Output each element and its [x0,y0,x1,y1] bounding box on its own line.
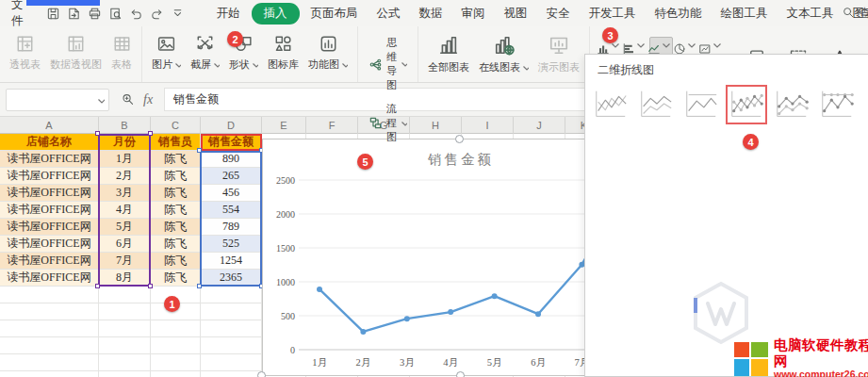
table-cell[interactable]: 读书屋OFFICE网 [0,151,99,168]
fx-icon[interactable]: fx [143,92,153,107]
table-cell[interactable]: 读书屋OFFICE网 [0,270,99,287]
print-icon[interactable] [88,7,102,21]
online-charts-button[interactable]: 在线图表 [474,31,533,77]
empty-cell[interactable] [201,303,262,320]
icon-library-button[interactable]: 图标库 [263,31,303,74]
menu-tab-0[interactable]: 开始 [209,3,248,25]
table-cell[interactable]: 陈飞 [151,236,201,253]
table-cell[interactable]: 读书屋OFFICE网 [0,219,99,236]
empty-cell[interactable] [99,371,151,377]
table-cell[interactable]: 读书屋OFFICE网 [0,236,99,253]
empty-cell[interactable] [99,354,151,371]
marked-pct-stacked-line-thumb-option[interactable] [816,85,858,124]
menu-tab-5[interactable]: 审阅 [454,3,493,25]
column-header-B[interactable]: B [99,117,151,134]
empty-cell[interactable] [151,371,201,377]
function-chart-button[interactable]: 功能图 [303,31,352,74]
stacked-line-thumb-option[interactable] [635,85,677,124]
marked-stacked-line-thumb-option[interactable] [771,85,812,124]
table-cell[interactable]: 陈飞 [151,202,201,219]
menu-tab-6[interactable]: 视图 [497,3,535,25]
marked-line-thumb-option[interactable] [726,85,767,124]
menu-tab-8[interactable]: 开发工具 [581,3,644,25]
table-cell[interactable]: 读书屋OFFICE网 [0,185,99,202]
image-button[interactable]: 图片 [147,31,186,74]
selection-handle[interactable] [197,284,202,288]
table-cell[interactable]: 月份 [99,134,151,151]
table-cell[interactable]: 销售员 [151,134,201,151]
selection-handle[interactable] [95,131,100,136]
name-box[interactable] [6,89,109,111]
menu-tab-1[interactable]: 插入 [252,3,300,25]
empty-cell[interactable] [0,371,99,377]
pct-stacked-line-thumb-option[interactable] [680,85,722,124]
menu-tab-11[interactable]: 文本工具 [779,3,842,25]
table-cell[interactable]: 5月 [99,219,151,236]
empty-cell[interactable] [201,371,262,377]
column-header-D[interactable]: D [201,117,262,134]
table-cell[interactable]: 陈飞 [151,253,201,270]
table-cell[interactable]: 8月 [99,270,151,287]
chart-resize-handle[interactable] [456,371,465,377]
save-icon[interactable] [46,7,60,21]
empty-cell[interactable] [201,354,262,371]
empty-cell[interactable] [0,354,99,371]
table-cell[interactable]: 265 [201,168,262,185]
selection-handle[interactable] [197,148,202,153]
mindmap-button[interactable]: 思维导图 [365,35,411,93]
table-cell[interactable]: 销售金额 [201,134,262,151]
table-cell[interactable]: 4月 [99,202,151,219]
table-cell[interactable]: 3月 [99,185,151,202]
line-thumb-option[interactable] [590,85,631,124]
menu-tab-9[interactable]: 特色功能 [647,3,710,25]
empty-cell[interactable] [99,303,151,320]
empty-cell[interactable] [0,337,99,354]
table-cell[interactable]: 陈飞 [151,168,201,185]
empty-cell[interactable] [201,337,262,354]
flowchart-button[interactable]: 流程图 [365,101,411,145]
table-cell[interactable]: 456 [201,185,262,202]
column-header-F[interactable]: F [306,117,358,134]
menu-tab-3[interactable]: 公式 [369,3,408,25]
menu-tab-4[interactable]: 数据 [412,3,450,25]
selection-handle[interactable] [148,284,153,288]
empty-cell[interactable] [151,337,201,354]
table-cell[interactable]: 陈飞 [151,185,201,202]
table-cell[interactable]: 1月 [99,151,151,168]
empty-cell[interactable] [0,303,99,320]
redo-icon[interactable] [150,7,164,21]
empty-cell[interactable] [99,287,151,303]
empty-cell[interactable] [0,320,99,337]
table-cell[interactable]: 陈飞 [151,270,201,287]
empty-cell[interactable] [151,354,201,371]
column-header-H[interactable]: H [410,117,462,134]
search-button[interactable]: 查找 [842,6,868,22]
table-cell[interactable]: 890 [201,151,262,168]
screenshot-button[interactable]: 截屏 [186,31,224,74]
table-cell[interactable]: 7月 [99,253,151,270]
empty-cell[interactable] [201,287,262,303]
export-icon[interactable] [67,7,81,21]
magnifier-icon[interactable] [121,92,135,107]
table-cell[interactable]: 525 [201,236,262,253]
table-cell[interactable]: 6月 [99,236,151,253]
table-cell[interactable]: 读书屋OFFICE网 [0,168,99,185]
table-cell[interactable]: 读书屋OFFICE网 [0,253,99,270]
document-tab[interactable] [26,0,100,6]
menu-tab-7[interactable]: 安全 [539,3,578,25]
table-cell[interactable]: 1254 [201,253,262,270]
empty-cell[interactable] [0,287,99,303]
table-cell[interactable]: 2365 [201,270,262,287]
empty-cell[interactable] [99,320,151,337]
table-cell[interactable]: 554 [201,202,262,219]
column-header-I[interactable]: I [462,117,514,134]
empty-cell[interactable] [99,337,151,354]
chart-resize-handle[interactable] [455,135,464,143]
column-header-E[interactable]: E [262,117,306,134]
table-cell[interactable]: 2月 [99,168,151,185]
all-charts-button[interactable]: 全部图表 [423,31,474,77]
print-preview-icon[interactable] [108,7,123,21]
column-header-A[interactable]: A [0,117,99,134]
column-header-C[interactable]: C [151,117,201,134]
selection-handle[interactable] [148,131,153,136]
